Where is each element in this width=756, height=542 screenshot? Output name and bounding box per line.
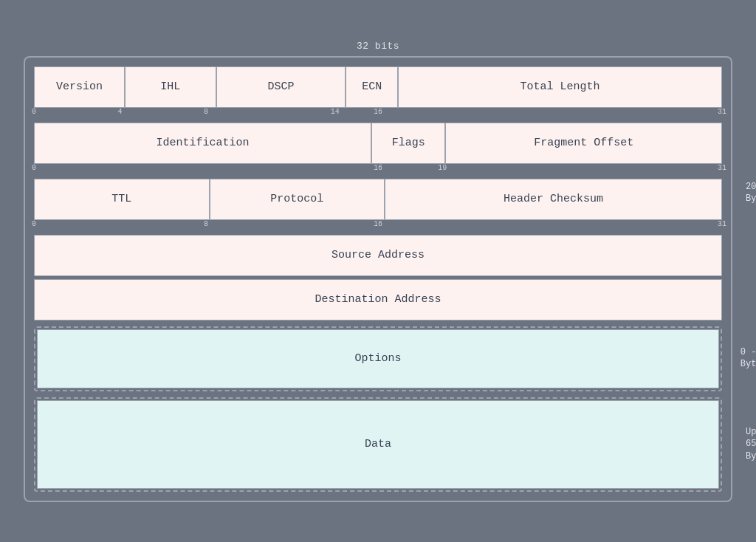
row3-markers: 0 8 16 31 — [34, 220, 722, 233]
header-section: Version IHL DSCP ECN Total Length 0 4 8 … — [34, 66, 722, 320]
marker-4: 4 — [117, 108, 122, 116]
row1-markers: 0 4 8 14 16 31 — [34, 108, 722, 121]
row2: Identification Flags Fragment Offset — [34, 123, 722, 164]
row4: Source Address — [34, 235, 722, 276]
marker-0b: 0 — [32, 164, 36, 172]
total-length-field: Total Length — [398, 66, 722, 108]
row1-wrapper: Version IHL DSCP ECN Total Length 0 4 8 … — [34, 66, 722, 121]
data-field: Data — [37, 400, 719, 489]
row2-wrapper: Identification Flags Fragment Offset 0 1… — [34, 123, 722, 177]
row3-wrapper: TTL Protocol Header Checksum 0 8 16 31 — [34, 179, 722, 233]
bits-label: 32 bits — [24, 41, 732, 52]
marker-0c: 0 — [32, 220, 36, 228]
marker-19: 19 — [438, 164, 447, 172]
marker-16a: 16 — [374, 108, 382, 116]
packet-diagram: 32 bits Version IHL DSCP ECN Total Lengt… — [24, 41, 732, 502]
row2-markers: 0 16 19 31 — [34, 164, 722, 177]
marker-0: 0 — [32, 108, 36, 116]
dscp-field: DSCP — [216, 66, 346, 108]
destination-address-field: Destination Address — [34, 279, 722, 320]
marker-31a: 31 — [718, 108, 726, 116]
row5-wrapper: Destination Address — [34, 279, 722, 320]
marker-16c: 16 — [374, 220, 382, 228]
identification-field: Identification — [34, 123, 371, 164]
version-field: Version — [34, 66, 125, 108]
marker-16b: 16 — [374, 164, 382, 172]
fragment-offset-field: Fragment Offset — [445, 123, 722, 164]
row1: Version IHL DSCP ECN Total Length — [34, 66, 722, 108]
options-bytes-label: 0 - 40Bytes — [740, 346, 756, 371]
ecn-field: ECN — [346, 66, 398, 108]
protocol-field: Protocol — [210, 179, 385, 220]
data-dashed-box: Data — [34, 397, 722, 492]
row3: TTL Protocol Header Checksum — [34, 179, 722, 220]
row4-wrapper: Source Address — [34, 235, 722, 279]
marker-8: 8 — [204, 108, 208, 116]
header-bytes-label: 20Bytes — [746, 181, 756, 206]
flags-field: Flags — [371, 123, 445, 164]
options-field: Options — [37, 329, 719, 388]
marker-8c: 8 — [204, 220, 208, 228]
row5: Destination Address — [34, 279, 722, 320]
main-container: Version IHL DSCP ECN Total Length 0 4 8 … — [24, 56, 732, 502]
ihl-field: IHL — [125, 66, 216, 108]
header-checksum-field: Header Checksum — [385, 179, 722, 220]
marker-14: 14 — [331, 108, 340, 116]
data-section: Data Up to65515Bytes — [34, 397, 722, 492]
options-dashed-box: Options — [34, 326, 722, 391]
ttl-field: TTL — [34, 179, 210, 220]
marker-31c: 31 — [718, 220, 726, 228]
source-address-field: Source Address — [34, 235, 722, 276]
options-section: Options 0 - 40Bytes — [34, 326, 722, 391]
data-bytes-label: Up to65515Bytes — [746, 425, 756, 462]
marker-31b: 31 — [718, 164, 726, 172]
